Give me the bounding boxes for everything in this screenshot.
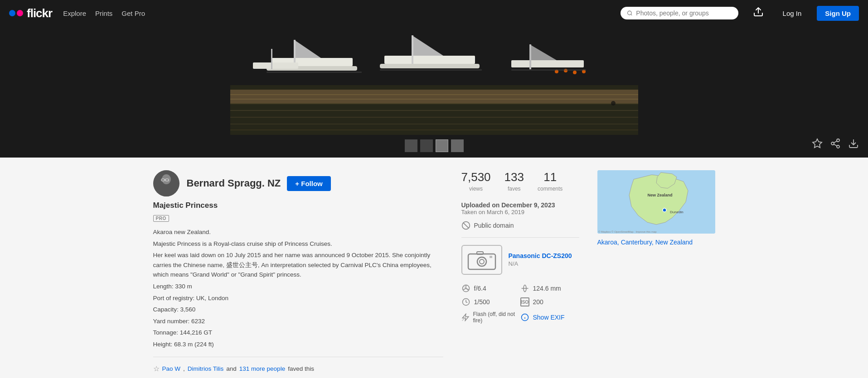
- content-inner: Bernard Spragg. NZ + Follow Majestic Pri…: [153, 170, 715, 373]
- svg-rect-23: [380, 69, 482, 71]
- flickr-logo[interactable]: flickr: [9, 6, 52, 20]
- thumbnails-row: [405, 135, 464, 158]
- svg-text:Dunedin: Dunedin: [670, 210, 684, 214]
- desc-height: Height: 68.3 m (224 ft): [153, 340, 443, 349]
- svg-point-35: [831, 142, 834, 145]
- show-exif[interactable]: Show EXIF: [520, 311, 579, 324]
- svg-rect-12: [412, 35, 413, 65]
- image-section: [0, 26, 868, 158]
- no-copyright-icon: [461, 221, 470, 230]
- middle-column: 7,530 views 133 faves 11 comments Upload…: [461, 170, 579, 373]
- right-column: New Zealand Dunedin © Mapbox © OpenStree…: [597, 170, 715, 373]
- iso-icon: ISO: [520, 297, 529, 306]
- signup-button[interactable]: Sign Up: [817, 6, 859, 21]
- follow-button[interactable]: + Follow: [287, 176, 330, 191]
- upload-button[interactable]: [749, 5, 767, 22]
- site-header: flickr Explore Prints Get Pro Log In Sig…: [0, 0, 868, 26]
- svg-rect-26: [230, 99, 638, 100]
- search-input[interactable]: [636, 10, 732, 17]
- svg-point-49: [477, 257, 486, 266]
- share-icon: [830, 138, 841, 149]
- svg-rect-29: [230, 117, 638, 118]
- fave-star-icon: ☆: [153, 364, 160, 373]
- exif-shutter: 1/500: [461, 297, 520, 306]
- map-image: New Zealand Dunedin © Mapbox © OpenStree…: [597, 170, 715, 234]
- left-column: Bernard Spragg. NZ + Follow Majestic Pri…: [153, 170, 443, 373]
- dot-blue-icon: [9, 10, 15, 16]
- download-icon: [848, 138, 859, 149]
- main-photo[interactable]: [230, 26, 638, 135]
- desc-line-3: Her keel was laid down on 10 July 2015 a…: [153, 250, 443, 280]
- camera-name-link[interactable]: Panasonic DC-ZS200: [509, 252, 572, 259]
- desc-capacity: Capacity: 3,560: [153, 305, 443, 315]
- divider-1: [153, 357, 443, 357]
- svg-rect-15: [511, 60, 584, 67]
- svg-point-50: [480, 259, 484, 264]
- avatar[interactable]: [153, 170, 179, 196]
- thumbnail-2[interactable]: [420, 139, 433, 152]
- map-container[interactable]: New Zealand Dunedin © Mapbox © OpenStree…: [597, 170, 715, 234]
- svg-line-38: [834, 141, 837, 143]
- svg-rect-14: [380, 64, 480, 68]
- exif-aperture: f/6.4: [461, 284, 520, 293]
- flash-value: Flash (off, did not fire): [473, 311, 520, 324]
- flickr-wordmark: flickr: [27, 6, 52, 20]
- flash-icon: [461, 313, 470, 322]
- favorite-button[interactable]: [812, 138, 823, 151]
- show-exif-link[interactable]: Show EXIF: [533, 314, 565, 321]
- svg-rect-51: [477, 252, 483, 254]
- svg-point-34: [837, 139, 839, 142]
- svg-rect-22: [267, 72, 362, 73]
- svg-rect-31: [230, 129, 638, 130]
- camera-info: Panasonic DC-ZS200 N/A: [509, 252, 572, 268]
- fave-user-2[interactable]: Dimitrios Tilis: [188, 365, 224, 372]
- camera-icon-box: [461, 245, 502, 275]
- download-button[interactable]: [848, 138, 859, 151]
- thumbnail-4[interactable]: [451, 139, 464, 152]
- search-bar[interactable]: [621, 7, 738, 19]
- content-section: Bernard Spragg. NZ + Follow Majestic Pri…: [0, 158, 868, 378]
- svg-point-41: [162, 174, 171, 184]
- share-button[interactable]: [830, 138, 841, 151]
- profile-info: Bernard Spragg. NZ + Follow: [187, 176, 331, 191]
- svg-text:© Mapbox © OpenStreetMap · Imp: © Mapbox © OpenStreetMap · Improve this …: [598, 230, 657, 233]
- thumbnail-1[interactable]: [405, 139, 417, 152]
- photo-title: Majestic Princess: [153, 201, 443, 210]
- location-link[interactable]: Akaroa, Canterbury, New Zealand: [597, 239, 693, 246]
- public-domain-link[interactable]: Public domain: [474, 222, 514, 229]
- svg-point-32: [611, 101, 616, 105]
- stats-row: 7,530 views 133 faves 11 comments: [461, 170, 579, 192]
- svg-rect-16: [529, 44, 531, 69]
- nav-explore[interactable]: Explore: [63, 10, 86, 17]
- svg-rect-30: [230, 124, 638, 124]
- desc-length: Length: 330 m: [153, 282, 443, 292]
- desc-line-1: Akaroa new Zealand.: [153, 227, 443, 237]
- desc-tonnage: Tonnage: 144,216 GT: [153, 328, 443, 338]
- svg-rect-27: [230, 103, 638, 104]
- desc-yard: Yard number: 6232: [153, 316, 443, 326]
- fave-more-link[interactable]: 131 more people: [239, 365, 285, 372]
- svg-marker-33: [813, 139, 822, 148]
- nav-getpro[interactable]: Get Pro: [121, 10, 145, 17]
- nav-prints[interactable]: Prints: [95, 10, 112, 17]
- fave-separator: ,: [183, 365, 185, 372]
- image-section-wrapper: [0, 26, 868, 158]
- fave-user-1[interactable]: Pao W: [162, 365, 181, 372]
- profile-row: Bernard Spragg. NZ + Follow: [153, 170, 443, 196]
- stat-views-num: 7,530: [461, 170, 491, 184]
- login-button[interactable]: Log In: [778, 7, 806, 20]
- desc-port: Port of registry: UK, London: [153, 293, 443, 303]
- svg-point-70: [663, 208, 666, 212]
- thumbnail-3[interactable]: [436, 139, 448, 152]
- star-icon: [812, 138, 823, 149]
- exif-focal-length: 124.6 mm: [520, 284, 579, 293]
- upload-date: Uploaded on December 9, 2023: [461, 201, 579, 209]
- stat-faves-num: 133: [504, 170, 524, 184]
- exif-row: f/6.4 124.6 mm: [461, 284, 579, 324]
- faves-line: ☆ Pao W , Dimitrios Tilis and 131 more p…: [153, 364, 443, 373]
- stat-faves-label: faves: [508, 186, 521, 192]
- main-image-container: [0, 26, 868, 135]
- svg-line-1: [630, 14, 631, 15]
- svg-point-36: [837, 145, 839, 148]
- shutter-value: 1/500: [474, 298, 490, 306]
